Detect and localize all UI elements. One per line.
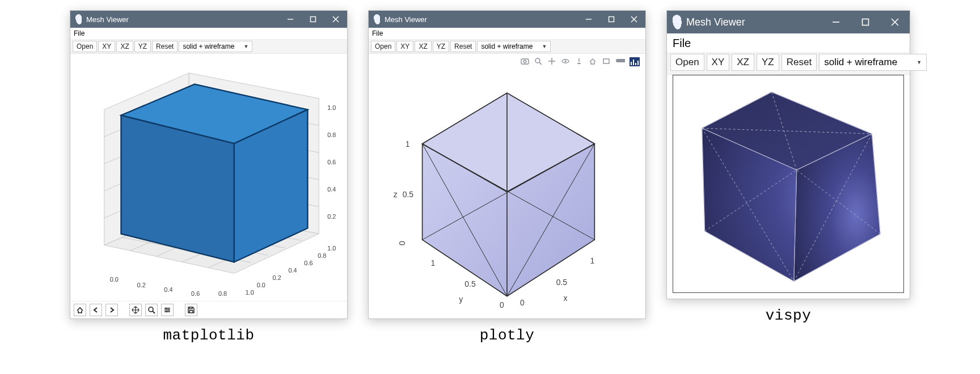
svg-point-66 <box>578 63 580 64</box>
maximize-icon[interactable] <box>851 11 880 33</box>
maximize-icon[interactable] <box>302 11 324 28</box>
maximize-icon[interactable] <box>600 11 623 28</box>
render-mode-select[interactable]: solid + wireframe <box>819 54 927 71</box>
feather-icon <box>74 14 83 25</box>
close-icon[interactable] <box>623 11 645 28</box>
matplotlib-nav-toolbar <box>70 301 347 318</box>
zoom-icon[interactable] <box>145 304 158 316</box>
open-button[interactable]: Open <box>670 54 704 71</box>
svg-text:1.0: 1.0 <box>327 245 336 252</box>
svg-text:0: 0 <box>520 298 525 307</box>
svg-rect-67 <box>603 59 609 63</box>
svg-text:z: z <box>394 190 398 199</box>
menu-file[interactable]: File <box>74 29 85 37</box>
last-icon[interactable] <box>602 57 611 66</box>
toolbar: Open XY XZ YZ Reset solid + wireframe <box>70 40 347 54</box>
xy-button[interactable]: XY <box>396 41 413 52</box>
xz-button[interactable]: XZ <box>116 41 133 52</box>
toolbar: Open XY XZ YZ Reset solid + wireframe <box>667 53 910 75</box>
svg-rect-57 <box>609 17 614 22</box>
xy-button[interactable]: XY <box>707 54 730 71</box>
svg-text:0.5: 0.5 <box>464 279 476 288</box>
feather-icon <box>373 14 382 25</box>
open-button[interactable]: Open <box>371 41 395 52</box>
svg-text:0.6: 0.6 <box>304 260 312 266</box>
forward-icon[interactable] <box>105 304 118 316</box>
svg-text:0.0: 0.0 <box>110 276 119 283</box>
svg-rect-60 <box>521 59 529 64</box>
svg-text:0: 0 <box>398 241 407 245</box>
xz-button[interactable]: XZ <box>415 41 431 52</box>
plot-canvas[interactable]: 1 0.5 0 z 10.50 y 00.51 x <box>369 54 645 318</box>
svg-point-61 <box>523 60 526 63</box>
svg-point-62 <box>535 58 540 63</box>
svg-text:0.6: 0.6 <box>327 159 336 165</box>
svg-text:0: 0 <box>500 300 504 309</box>
subplots-icon[interactable] <box>161 304 174 316</box>
pan-icon[interactable] <box>548 57 557 66</box>
open-button[interactable]: Open <box>73 41 97 52</box>
close-icon[interactable] <box>880 11 910 33</box>
reset-button[interactable]: Reset <box>450 41 476 52</box>
svg-text:0.4: 0.4 <box>288 267 297 274</box>
plot-canvas[interactable] <box>673 75 904 293</box>
pan-icon[interactable] <box>129 304 142 316</box>
minimize-icon[interactable] <box>577 11 600 28</box>
menubar: File <box>369 28 645 40</box>
reset-button[interactable]: Reset <box>782 54 817 71</box>
svg-text:0.6: 0.6 <box>191 290 200 297</box>
home-icon[interactable] <box>74 304 86 316</box>
titlebar[interactable]: Mesh Viewer <box>667 11 910 33</box>
svg-rect-68 <box>616 59 625 62</box>
xz-button[interactable]: XZ <box>732 54 754 71</box>
plotly-logo-icon[interactable] <box>630 57 640 66</box>
window-title: Mesh Viewer <box>385 15 427 24</box>
save-icon[interactable] <box>185 304 197 316</box>
svg-text:0.0: 0.0 <box>257 282 265 288</box>
caption-matplotlib: matplotlib <box>163 327 254 344</box>
plot-canvas[interactable]: 0.00.20.40.60.81.0 0.00.20.40.60.81.0 0.… <box>70 54 347 301</box>
close-icon[interactable] <box>324 11 347 28</box>
turntable-icon[interactable] <box>575 57 584 66</box>
render-mode-select[interactable]: solid + wireframe <box>477 41 551 52</box>
mesh-viewer-window-matplotlib: Mesh Viewer File Open <box>70 10 348 319</box>
titlebar[interactable]: Mesh Viewer <box>369 11 645 28</box>
svg-text:0.8: 0.8 <box>327 131 336 138</box>
menu-file[interactable]: File <box>673 37 691 49</box>
svg-line-63 <box>539 62 542 65</box>
back-icon[interactable] <box>90 304 102 316</box>
toggle-icon[interactable] <box>616 57 625 66</box>
svg-point-53 <box>166 308 167 309</box>
minimize-icon[interactable] <box>279 11 302 28</box>
svg-rect-1 <box>311 17 316 22</box>
svg-text:0.5: 0.5 <box>556 278 568 287</box>
svg-point-54 <box>168 309 170 311</box>
svg-text:0.4: 0.4 <box>327 186 336 193</box>
menubar: File <box>70 28 347 40</box>
svg-text:0.2: 0.2 <box>137 282 146 288</box>
yz-button[interactable]: YZ <box>433 41 449 52</box>
svg-line-49 <box>153 311 155 313</box>
camera-icon[interactable] <box>521 57 530 66</box>
menu-file[interactable]: File <box>372 29 383 37</box>
render-mode-select[interactable]: solid + wireframe <box>179 41 252 52</box>
mesh-viewer-window-vispy: Mesh Viewer File Open XY XZ YZ Reset sol… <box>666 10 910 299</box>
yz-button[interactable]: YZ <box>757 54 779 71</box>
svg-text:1.0: 1.0 <box>246 289 254 296</box>
minimize-icon[interactable] <box>821 11 851 33</box>
window-title: Mesh Viewer <box>686 16 745 28</box>
svg-text:1: 1 <box>405 139 410 148</box>
toolbar: Open XY XZ YZ Reset solid + wireframe <box>369 40 645 54</box>
zoom-icon[interactable] <box>534 57 543 66</box>
titlebar[interactable]: Mesh Viewer <box>70 11 347 28</box>
xy-button[interactable]: XY <box>98 41 115 52</box>
menubar: File <box>667 33 910 53</box>
reset-button[interactable]: Reset <box>152 41 178 52</box>
yz-button[interactable]: YZ <box>134 41 151 52</box>
svg-text:1: 1 <box>431 258 436 267</box>
orbit-icon[interactable] <box>561 57 571 66</box>
svg-point-55 <box>166 311 168 313</box>
svg-text:0.8: 0.8 <box>318 252 326 259</box>
render-mode-label: solid + wireframe <box>481 42 533 50</box>
home-icon[interactable] <box>589 57 598 66</box>
